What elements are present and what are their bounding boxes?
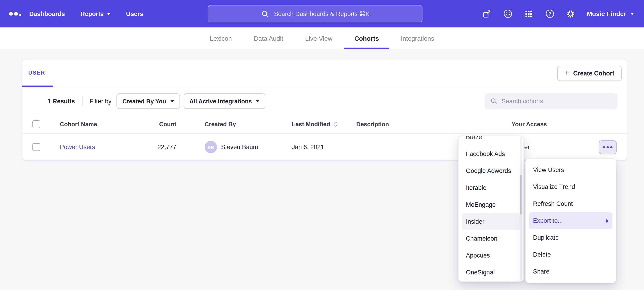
column-header-count: Count <box>128 115 176 133</box>
global-search-placeholder: Search Dashboards & Reports ⌘K <box>274 10 370 17</box>
menu-item-facebook-ads[interactable]: Facebook Ads <box>462 146 520 162</box>
cohort-name-link[interactable]: Power Users <box>60 144 95 151</box>
divider <box>82 96 83 106</box>
tab-label: Cohorts <box>354 35 379 42</box>
create-cohort-label: Create Cohort <box>573 70 614 77</box>
select-all-checkbox[interactable] <box>32 120 40 128</box>
nav-item-label: Reports <box>80 10 104 17</box>
menu-item-label: Share <box>533 268 550 275</box>
tab-label: Live View <box>305 35 332 42</box>
menu-item-duplicate[interactable]: Duplicate <box>529 229 612 246</box>
menu-item-refresh-count[interactable]: Refresh Count <box>529 195 612 212</box>
tab-lexicon[interactable]: Lexicon <box>209 28 233 49</box>
tab-label: USER <box>28 70 45 75</box>
app-root: Dashboards Reports Users Search Dashboar… <box>0 0 644 290</box>
help-icon[interactable]: ? <box>545 9 555 19</box>
created-by-name: Steven Baum <box>221 144 258 151</box>
cohorts-card: USER + Create Cohort 1 Results Filter by… <box>22 59 627 161</box>
menu-item-braze[interactable]: Braze <box>462 136 520 146</box>
column-header-description: Description <box>356 115 389 133</box>
settings-icon[interactable] <box>566 9 576 19</box>
plus-icon: + <box>564 68 569 78</box>
primary-nav: Dashboards Reports Users <box>29 10 143 17</box>
menu-item-label: Duplicate <box>533 234 559 241</box>
menu-item-label: Visualize Trend <box>533 183 575 190</box>
menu-item-label: Delete <box>533 251 551 258</box>
nav-item-label: Users <box>126 10 143 17</box>
submenu-scrollbar-thumb[interactable] <box>520 175 522 215</box>
sort-icon[interactable] <box>333 121 338 128</box>
menu-item-delete[interactable]: Delete <box>529 246 612 263</box>
menu-item-share[interactable]: Share <box>529 263 612 280</box>
chevron-down-icon <box>170 100 174 102</box>
menu-item-label: Export to... <box>533 217 563 224</box>
chevron-right-icon <box>606 218 608 223</box>
feedback-icon[interactable] <box>503 9 513 19</box>
menu-item-appcues[interactable]: Appcues <box>462 247 520 264</box>
last-modified-date: Jan 6, 2021 <box>292 133 324 161</box>
menu-item-onesignal[interactable]: OneSignal <box>462 264 520 281</box>
menu-item-label: OneSignal <box>466 269 495 276</box>
row-actions-button[interactable] <box>599 140 616 154</box>
chevron-down-icon <box>256 100 260 102</box>
row-checkbox[interactable] <box>32 143 40 151</box>
section-tabs: Lexicon Data Audit Live View Cohorts Int… <box>0 28 644 49</box>
export-to-submenu: Braze Facebook Ads Google Adwords Iterab… <box>458 136 524 282</box>
cohort-search-input[interactable] <box>502 98 612 104</box>
menu-item-insider[interactable]: Insider <box>462 213 520 230</box>
tab-live-view[interactable]: Live View <box>304 28 333 49</box>
cohorts-card-header: USER + Create Cohort <box>22 59 627 87</box>
nav-item-reports[interactable]: Reports <box>80 10 110 17</box>
table-row: Power Users 22,777 SB Steven Baum Jan 6,… <box>22 133 627 161</box>
create-cohort-button[interactable]: + Create Cohort <box>557 66 622 81</box>
column-header-last-modified: Last Modified <box>292 121 330 128</box>
tab-integrations[interactable]: Integrations <box>400 28 435 49</box>
menu-item-visualize-trend[interactable]: Visualize Trend <box>529 178 612 195</box>
results-count: 1 Results <box>48 98 75 104</box>
menu-item-label: Iterable <box>466 184 486 191</box>
column-header-cohort-name: Cohort Name <box>60 115 97 133</box>
top-nav-bar: Dashboards Reports Users Search Dashboar… <box>0 0 644 28</box>
column-header-created-by: Created By <box>204 115 236 133</box>
cohort-search-field[interactable] <box>484 93 618 109</box>
account-menu[interactable]: Music Finder <box>587 10 634 17</box>
main-content: USER + Create Cohort 1 Results Filter by… <box>0 49 644 290</box>
menu-item-label: Google Adwords <box>466 167 511 174</box>
menu-item-google-adwords[interactable]: Google Adwords <box>462 162 520 179</box>
brand-logo-dots-icon[interactable] <box>9 8 23 19</box>
menu-item-label: Insider <box>466 218 484 225</box>
menu-item-label: View Users <box>533 167 564 173</box>
menu-item-view-users[interactable]: View Users <box>529 162 612 178</box>
filter-by-label: Filter by <box>90 98 112 104</box>
integrations-filter-dropdown[interactable]: All Active Integrations <box>184 93 266 109</box>
menu-item-label: Facebook Ads <box>466 151 505 157</box>
menu-item-label: Refresh Count <box>533 200 573 207</box>
chevron-down-icon <box>107 13 110 15</box>
apps-grid-icon[interactable] <box>524 9 534 19</box>
export-data-icon[interactable] <box>482 9 492 19</box>
tab-data-audit[interactable]: Data Audit <box>253 28 284 49</box>
tab-cohorts[interactable]: Cohorts <box>354 28 380 49</box>
top-right-controls: ? Music Finder <box>482 9 634 19</box>
filter-toolbar: 1 Results Filter by Created By You All A… <box>22 87 627 115</box>
table-header-row: Cohort Name Count Created By Last Modifi… <box>22 115 627 133</box>
svg-text:?: ? <box>548 11 551 17</box>
tab-label: Lexicon <box>210 35 232 42</box>
tab-user-cohorts[interactable]: USER <box>22 59 53 87</box>
menu-item-label: Braze <box>466 136 482 140</box>
menu-item-export-to[interactable]: Export to... <box>529 212 612 229</box>
dropdown-label: Created By You <box>122 98 166 104</box>
global-search[interactable]: Search Dashboards & Reports ⌘K <box>208 5 422 22</box>
menu-item-label: Chameleon <box>466 235 498 242</box>
dropdown-label: All Active Integrations <box>189 98 252 104</box>
nav-item-label: Dashboards <box>29 10 65 17</box>
nav-item-dashboards[interactable]: Dashboards <box>29 10 65 17</box>
nav-item-users[interactable]: Users <box>126 10 143 17</box>
created-by-filter-dropdown[interactable]: Created By You <box>116 93 180 109</box>
column-header-your-access: Your Access <box>512 115 547 133</box>
submenu-scrollbar-track[interactable] <box>520 137 522 280</box>
menu-item-chameleon[interactable]: Chameleon <box>462 230 520 247</box>
export-to-submenu-list: Braze Facebook Ads Google Adwords Iterab… <box>458 136 524 281</box>
menu-item-moengage[interactable]: MoEngage <box>462 196 520 213</box>
menu-item-iterable[interactable]: Iterable <box>462 179 520 196</box>
